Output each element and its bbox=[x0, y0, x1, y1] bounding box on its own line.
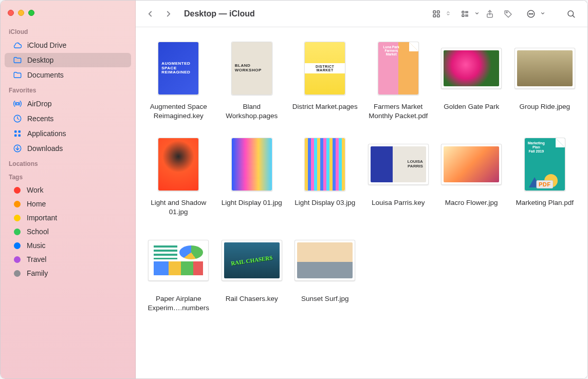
tag-dot-icon bbox=[14, 256, 21, 263]
sidebar-item-label: iCloud Drive bbox=[27, 41, 66, 49]
file-thumbnail: DISTRICT MARKET bbox=[291, 39, 359, 98]
svg-point-0 bbox=[16, 103, 19, 105]
sidebar-item-label: Work bbox=[27, 186, 43, 194]
file-label: Group Ride.jpeg bbox=[520, 102, 570, 111]
sidebar-item-important[interactable]: Important bbox=[5, 211, 131, 224]
sidebar-item-applications[interactable]: Applications bbox=[5, 126, 131, 141]
view-mode-stepper[interactable] bbox=[446, 10, 451, 17]
svg-rect-3 bbox=[19, 130, 21, 133]
group-by-button[interactable] bbox=[457, 6, 473, 22]
apps-icon bbox=[13, 129, 22, 138]
file-label: Macro Flower.jpg bbox=[445, 198, 498, 207]
sidebar-item-downloads[interactable]: Downloads bbox=[5, 141, 131, 156]
svg-rect-11 bbox=[437, 14, 440, 17]
download-icon bbox=[13, 144, 22, 153]
svg-rect-15 bbox=[462, 14, 464, 16]
forward-button[interactable] bbox=[160, 6, 177, 22]
close-window-button[interactable] bbox=[8, 10, 14, 16]
toolbar: Desktop — iCloud bbox=[136, 1, 587, 27]
sidebar-item-airdrop[interactable]: AirDrop bbox=[5, 97, 131, 111]
tags-button[interactable] bbox=[500, 6, 517, 22]
sidebar-item-label: Music bbox=[27, 241, 46, 250]
sidebar-section-header: Favorites bbox=[1, 83, 135, 96]
file-thumbnail: Luna Park Farmers Market bbox=[365, 39, 432, 98]
file-item[interactable]: LOUISA PARRISLouisa Parris.key bbox=[365, 135, 432, 216]
file-label: Farmers Market Monthly Packet.pdf bbox=[365, 102, 432, 120]
file-item[interactable]: Sunset Surf.jpg bbox=[291, 231, 359, 312]
file-label: Light and Shadow 01.jpg bbox=[145, 198, 212, 216]
sidebar-item-family[interactable]: Family bbox=[5, 267, 131, 280]
svg-rect-10 bbox=[433, 14, 436, 17]
svg-point-19 bbox=[506, 11, 507, 12]
file-thumbnail bbox=[291, 135, 359, 194]
main-pane: Desktop — iCloud bbox=[136, 1, 587, 378]
sidebar: iCloudiCloud DriveDesktopDocumentsFavori… bbox=[1, 1, 136, 378]
sidebar-item-label: Family bbox=[27, 269, 48, 277]
sidebar-item-recents[interactable]: Recents bbox=[5, 111, 131, 126]
file-item[interactable]: Golden Gate Park bbox=[438, 39, 505, 120]
file-thumbnail bbox=[145, 135, 212, 194]
more-actions-chevron-icon[interactable] bbox=[540, 10, 545, 17]
file-item[interactable]: Light and Shadow 01.jpg bbox=[145, 135, 212, 216]
window-controls bbox=[1, 7, 135, 24]
back-button[interactable] bbox=[142, 6, 158, 22]
svg-rect-5 bbox=[19, 135, 21, 137]
file-thumbnail: BLAND WORKSHOP bbox=[218, 39, 286, 98]
file-item[interactable]: Group Ride.jpeg bbox=[511, 39, 579, 120]
file-label: Light Display 03.jpg bbox=[295, 198, 355, 207]
share-button[interactable] bbox=[482, 6, 498, 22]
file-thumbnail bbox=[218, 135, 286, 194]
file-item[interactable]: Light Display 01.jpg bbox=[218, 135, 286, 216]
file-label: Rail Chasers.key bbox=[226, 294, 278, 304]
file-label: Louisa Parris.key bbox=[372, 198, 425, 207]
sidebar-section-header: iCloud bbox=[1, 24, 135, 37]
sidebar-item-label: Downloads bbox=[27, 144, 63, 153]
view-icon-mode-button[interactable] bbox=[428, 6, 445, 22]
file-label: Augmented Space Reimagined.key bbox=[145, 102, 212, 120]
sidebar-item-label: School bbox=[27, 228, 49, 236]
group-by-chevron-icon[interactable] bbox=[474, 10, 480, 17]
file-label: Light Display 01.jpg bbox=[222, 198, 282, 207]
finder-window: iCloudiCloud DriveDesktopDocumentsFavori… bbox=[0, 0, 588, 379]
sidebar-item-school[interactable]: School bbox=[5, 225, 131, 238]
file-item[interactable]: Macro Flower.jpg bbox=[438, 135, 505, 216]
file-label: District Market.pages bbox=[292, 102, 358, 111]
sidebar-item-label: Travel bbox=[27, 255, 46, 263]
tag-dot-icon bbox=[14, 242, 21, 249]
sidebar-item-home[interactable]: Home bbox=[5, 197, 131, 211]
sidebar-item-work[interactable]: Work bbox=[5, 183, 131, 197]
minimize-window-button[interactable] bbox=[18, 10, 24, 16]
file-thumbnail: AUGMENTED SPACE REIMAGINED bbox=[145, 39, 212, 98]
file-thumbnail bbox=[145, 231, 212, 290]
folder-icon bbox=[13, 70, 22, 80]
sidebar-item-travel[interactable]: Travel bbox=[5, 253, 131, 266]
file-item[interactable]: DISTRICT MARKETDistrict Market.pages bbox=[291, 39, 359, 120]
svg-rect-9 bbox=[437, 11, 440, 13]
file-label: Marketing Plan.pdf bbox=[516, 198, 574, 207]
file-item[interactable]: BLAND WORKSHOPBland Workshop.pages bbox=[218, 39, 286, 120]
svg-point-23 bbox=[532, 13, 533, 14]
svg-rect-8 bbox=[433, 11, 436, 13]
file-item[interactable]: Light Display 03.jpg bbox=[291, 135, 359, 216]
sidebar-item-music[interactable]: Music bbox=[5, 239, 131, 252]
tag-dot-icon bbox=[14, 270, 21, 277]
file-thumbnail bbox=[438, 135, 505, 194]
sidebar-item-label: AirDrop bbox=[27, 100, 51, 108]
search-button[interactable] bbox=[563, 6, 579, 22]
svg-rect-12 bbox=[462, 11, 464, 13]
file-item[interactable]: RAIL CHASERSRail Chasers.key bbox=[218, 231, 286, 312]
zoom-window-button[interactable] bbox=[28, 10, 34, 16]
file-item[interactable]: Paper Airplane Experim….numbers bbox=[145, 231, 212, 312]
sidebar-item-label: Recents bbox=[27, 115, 53, 123]
clock-icon bbox=[13, 114, 22, 123]
more-actions-button[interactable] bbox=[523, 6, 539, 22]
file-item[interactable]: Luna Park Farmers MarketFarmers Market M… bbox=[365, 39, 432, 120]
file-label: Bland Workshop.pages bbox=[218, 102, 286, 120]
sidebar-item-label: Home bbox=[27, 200, 46, 208]
svg-line-25 bbox=[573, 15, 574, 17]
file-item[interactable]: AUGMENTED SPACE REIMAGINEDAugmented Spac… bbox=[145, 39, 212, 120]
file-item[interactable]: MarketingPlanFall 2019PDFMarketing Plan.… bbox=[511, 135, 579, 216]
sidebar-item-documents[interactable]: Documents bbox=[5, 68, 131, 82]
sidebar-item-desktop[interactable]: Desktop bbox=[5, 53, 131, 67]
sidebar-item-icloud-drive[interactable]: iCloud Drive bbox=[5, 38, 131, 52]
